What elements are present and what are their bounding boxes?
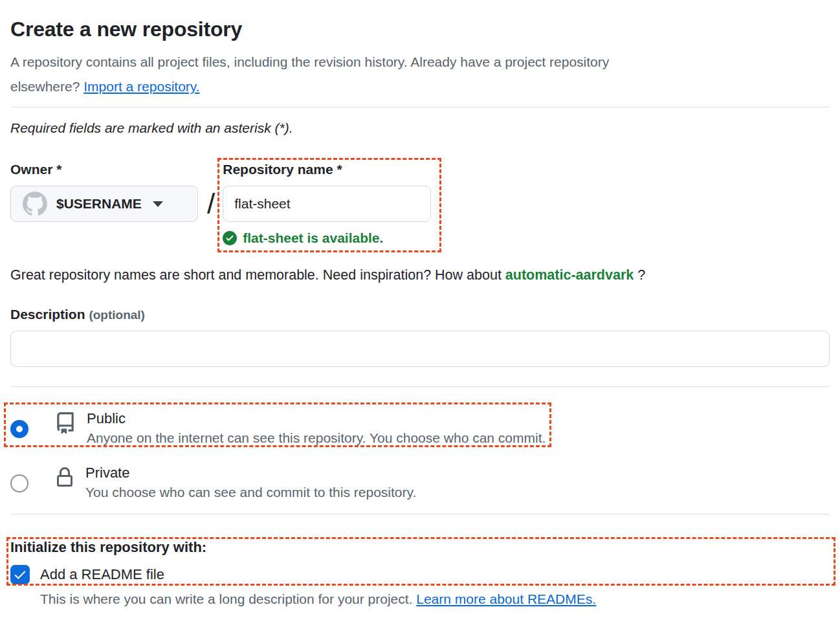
description-label: Description (optional) xyxy=(10,307,830,322)
import-repository-link[interactable]: Import a repository. xyxy=(83,79,199,94)
suggestion-prefix: Great repository names are short and mem… xyxy=(10,267,505,283)
description-label-text: Description xyxy=(10,307,85,322)
readme-note-text: This is where you can write a long descr… xyxy=(40,591,416,606)
visibility-option-public[interactable]: Public Anyone on the internet can see th… xyxy=(10,410,830,449)
private-description: You choose who can see and commit to thi… xyxy=(85,481,416,503)
repo-name-column: Repository name * flat-sheet is availabl… xyxy=(223,161,431,246)
divider-visibility xyxy=(10,386,830,387)
readme-note: This is where you can write a long descr… xyxy=(40,591,830,607)
intro-text: A repository contains all project files,… xyxy=(10,50,830,99)
page-title: Create a new repository xyxy=(10,0,830,41)
private-label: Private xyxy=(85,464,416,481)
readme-label: Add a README file xyxy=(40,566,164,583)
check-icon xyxy=(13,568,27,582)
owner-select-button[interactable]: $USERNAME xyxy=(10,186,198,222)
slash-separator: / xyxy=(207,186,215,222)
visibility-option-private[interactable]: Private You choose who can see and commi… xyxy=(10,464,830,503)
owner-column: Owner * $USERNAME xyxy=(10,161,198,222)
public-label: Public xyxy=(87,410,546,427)
repo-book-icon xyxy=(54,411,76,436)
suggested-name-link[interactable]: automatic-aardvark xyxy=(505,267,634,283)
caret-down-icon xyxy=(153,201,163,207)
init-heading: Initialize this repository with: xyxy=(10,539,830,556)
owner-label: Owner * xyxy=(10,161,198,177)
repo-name-label: Repository name * xyxy=(223,161,431,177)
owner-repo-row: Owner * $USERNAME / Repository name * fl… xyxy=(10,161,830,246)
divider-top xyxy=(10,107,830,107)
public-text-block: Public Anyone on the internet can see th… xyxy=(87,410,546,449)
repo-suggestion-text: Great repository names are short and mem… xyxy=(10,267,830,283)
intro-line1: A repository contains all project files,… xyxy=(10,54,609,69)
private-text-block: Private You choose who can see and commi… xyxy=(85,464,416,503)
github-avatar-icon xyxy=(23,192,47,216)
availability-text: flat-sheet is available. xyxy=(243,230,383,246)
intro-line2: elsewhere? xyxy=(10,79,83,94)
description-input[interactable] xyxy=(10,331,830,367)
owner-username: $USERNAME xyxy=(56,196,142,212)
readme-learn-more-link[interactable]: Learn more about READMEs. xyxy=(416,591,596,606)
optional-hint: (optional) xyxy=(89,308,145,322)
required-fields-note: Required fields are marked with an aster… xyxy=(10,120,830,136)
repo-availability: flat-sheet is available. xyxy=(223,230,431,246)
repo-name-input[interactable] xyxy=(223,186,431,222)
lock-icon xyxy=(54,465,75,490)
check-circle-icon xyxy=(223,231,237,245)
divider-initialize xyxy=(10,514,830,514)
public-description: Anyone on the internet can see this repo… xyxy=(87,427,546,449)
readme-option-row[interactable]: Add a README file xyxy=(10,565,830,584)
readme-checkbox[interactable] xyxy=(10,565,30,584)
public-radio[interactable] xyxy=(10,420,28,438)
create-repository-page: Create a new repository A repository con… xyxy=(0,0,840,607)
private-radio[interactable] xyxy=(10,474,28,492)
suggestion-suffix: ? xyxy=(634,267,645,283)
